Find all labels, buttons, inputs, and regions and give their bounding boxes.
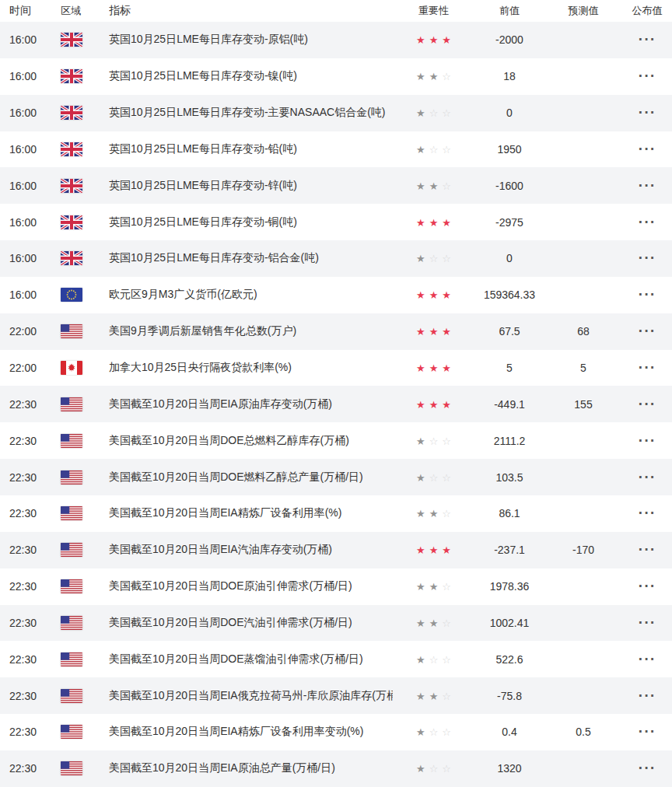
more-actions-button[interactable]: ··· — [638, 691, 656, 702]
event-time: 22:30 — [0, 762, 61, 775]
more-actions-button[interactable]: ··· — [638, 180, 656, 192]
importance-stars: ★★★ — [393, 216, 474, 229]
star-filled-icon: ★ — [429, 509, 439, 519]
importance-stars: ★★☆ — [393, 580, 474, 593]
star-filled-icon: ★ — [429, 181, 439, 191]
published-cell: ··· — [622, 252, 672, 264]
star-empty-icon: ☆ — [442, 473, 451, 483]
event-indicator: 加拿大10月25日央行隔夜贷款利率(%) — [109, 361, 393, 375]
more-actions-button[interactable]: ··· — [638, 326, 656, 338]
more-actions-button[interactable]: ··· — [638, 253, 656, 264]
event-indicator: 美国截至10月20日当周EIA精炼厂设备利用率(%) — [109, 506, 393, 520]
star-filled-icon: ★ — [442, 218, 451, 228]
importance-stars: ★★☆ — [393, 690, 474, 702]
event-indicator: 美国截至10月20日当周DOE汽油引伸需求(万桶/日) — [109, 616, 393, 630]
event-time: 22:30 — [0, 726, 61, 738]
flag-icon-us — [61, 543, 82, 557]
event-region — [61, 725, 109, 739]
event-indicator: 英国10月25日LME每日库存变动-锌(吨) — [109, 179, 393, 193]
star-filled-icon: ★ — [416, 473, 425, 483]
star-filled-icon: ★ — [429, 545, 439, 555]
event-indicator: 美国截至10月20日当周DOE原油引伸需求(万桶/日) — [109, 579, 393, 593]
flag-icon-us — [61, 725, 82, 739]
flag-icon-us — [61, 397, 82, 411]
forecast-value: -170 — [544, 544, 622, 556]
published-cell: ··· — [622, 726, 672, 738]
more-actions-button[interactable]: ··· — [638, 544, 656, 556]
previous-value: 86.1 — [474, 507, 544, 519]
published-cell: ··· — [622, 70, 672, 82]
previous-value: -237.1 — [474, 544, 544, 556]
more-actions-button[interactable]: ··· — [638, 107, 656, 119]
more-actions-button[interactable]: ··· — [638, 362, 656, 374]
event-region — [61, 616, 109, 630]
more-actions-button[interactable]: ··· — [638, 472, 656, 484]
more-actions-button[interactable]: ··· — [638, 34, 656, 46]
event-indicator: 美国截至10月20日当周EIA原油总产量(万桶/日) — [109, 761, 393, 775]
more-actions-button[interactable]: ··· — [638, 726, 656, 738]
star-filled-icon: ★ — [442, 545, 451, 555]
star-filled-icon: ★ — [429, 290, 439, 300]
event-indicator: 美国截至10月20日当周EIA精炼厂设备利用率变动(%) — [109, 725, 393, 739]
previous-value: 67.5 — [474, 325, 544, 338]
event-indicator: 英国10月25日LME每日库存变动-原铝(吨) — [109, 33, 393, 47]
event-indicator: 美国截至10月20日当周DOE燃料乙醇总产量(万桶/日) — [109, 470, 393, 484]
star-empty-icon: ☆ — [429, 727, 439, 737]
star-filled-icon: ★ — [416, 618, 425, 628]
more-actions-button[interactable]: ··· — [638, 654, 656, 666]
previous-value: 18 — [474, 70, 544, 82]
col-header-previous: 前值 — [474, 4, 544, 18]
flag-icon-us — [61, 579, 82, 593]
calendar-event-row: 22:30美国截至10月20日当周EIA精炼厂设备利用率(%)★★☆86.1··… — [0, 495, 672, 532]
more-actions-button[interactable]: ··· — [638, 508, 656, 519]
importance-stars: ★☆☆ — [393, 653, 474, 666]
more-actions-button[interactable]: ··· — [638, 581, 656, 593]
importance-stars: ★★☆ — [393, 507, 474, 519]
star-filled-icon: ★ — [416, 764, 425, 774]
star-filled-icon: ★ — [429, 400, 439, 410]
event-region — [61, 106, 109, 120]
star-empty-icon: ☆ — [429, 764, 439, 774]
previous-value: -449.1 — [474, 398, 544, 411]
more-actions-button[interactable]: ··· — [638, 144, 656, 156]
calendar-event-row: 16:00欧元区9月M3广义货币(亿欧元)★★★159364.33··· — [0, 277, 672, 313]
star-filled-icon: ★ — [429, 218, 439, 228]
previous-value: 1978.36 — [474, 580, 544, 593]
event-time: 22:30 — [0, 653, 61, 666]
calendar-event-row: 22:30美国截至10月20日当周EIA精炼厂设备利用率变动(%)★☆☆0.40… — [0, 714, 672, 750]
more-actions-button[interactable]: ··· — [638, 763, 656, 775]
flag-icon-gb — [61, 69, 82, 83]
importance-stars: ★☆☆ — [393, 107, 474, 119]
event-time: 16:00 — [0, 252, 61, 264]
published-cell: ··· — [622, 398, 672, 411]
importance-stars: ★★☆ — [393, 617, 474, 629]
star-filled-icon: ★ — [416, 254, 425, 264]
star-empty-icon: ☆ — [442, 727, 451, 737]
event-region — [61, 434, 109, 448]
more-actions-button[interactable]: ··· — [638, 399, 656, 411]
previous-value: 0.4 — [474, 726, 544, 738]
more-actions-button[interactable]: ··· — [638, 435, 656, 447]
importance-stars: ★★★ — [393, 398, 474, 411]
calendar-event-row: 16:00英国10月25日LME每日库存变动-铝合金(吨)★☆☆0··· — [0, 240, 672, 277]
event-time: 16:00 — [0, 107, 61, 119]
event-indicator: 英国10月25日LME每日库存变动-铅(吨) — [109, 142, 393, 156]
star-filled-icon: ★ — [416, 509, 425, 519]
event-indicator: 英国10月25日LME每日库存变动-主要NASAAC铝合金(吨) — [109, 106, 393, 120]
more-actions-button[interactable]: ··· — [638, 617, 656, 629]
more-actions-button[interactable]: ··· — [638, 289, 656, 301]
calendar-event-row: 22:30美国截至10月20日当周EIA汽油库存变动(万桶)★★★-237.1-… — [0, 532, 672, 568]
calendar-event-row: 22:30美国截至10月20日当周EIA原油总产量(万桶/日)★☆☆1320··… — [0, 750, 672, 787]
star-filled-icon: ★ — [442, 35, 451, 45]
star-filled-icon: ★ — [416, 691, 425, 701]
calendar-event-row: 22:30美国截至10月20日当周EIA俄克拉荷马州-库欣原油库存(万桶)★★☆… — [0, 677, 672, 714]
published-cell: ··· — [622, 33, 672, 46]
event-indicator: 美国截至10月20日当周EIA俄克拉荷马州-库欣原油库存(万桶) — [109, 689, 393, 703]
published-cell: ··· — [622, 690, 672, 702]
more-actions-button[interactable]: ··· — [638, 217, 656, 229]
more-actions-button[interactable]: ··· — [638, 71, 656, 82]
star-filled-icon: ★ — [416, 145, 425, 155]
event-indicator: 英国10月25日LME每日库存变动-镍(吨) — [109, 69, 393, 83]
flag-icon-gb — [61, 106, 82, 120]
event-time: 16:00 — [0, 289, 61, 301]
